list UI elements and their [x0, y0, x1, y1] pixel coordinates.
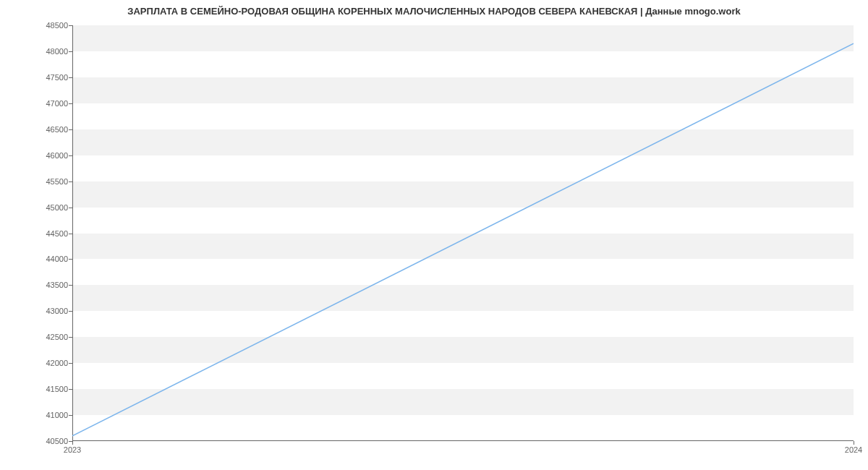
y-tick-label: 42500 — [3, 333, 68, 341]
y-tick-label: 43500 — [3, 281, 68, 289]
y-tick-label: 41500 — [3, 385, 68, 393]
y-tick-label: 47000 — [3, 99, 68, 108]
y-tick-label: 40500 — [3, 437, 68, 445]
y-tick-label: 47500 — [3, 73, 68, 82]
y-tick-label: 48000 — [3, 47, 68, 56]
y-tick-label: 41000 — [3, 411, 68, 419]
y-tick-mark — [69, 51, 72, 52]
x-tick-label: 2023 — [64, 445, 81, 454]
x-tick-mark — [854, 441, 854, 445]
y-tick-mark — [69, 77, 72, 78]
y-tick-mark — [69, 285, 72, 286]
y-tick-label: 42000 — [3, 359, 68, 367]
y-tick-mark — [69, 363, 72, 364]
y-tick-mark — [69, 337, 72, 338]
y-tick-label: 48500 — [3, 21, 68, 30]
y-tick-label: 46500 — [3, 125, 68, 134]
y-tick-mark — [69, 129, 72, 130]
y-tick-mark — [69, 234, 72, 234]
x-tick-label: 2024 — [845, 445, 862, 454]
chart-title: ЗАРПЛАТА В СЕМЕЙНО-РОДОВАЯ ОБЩИНА КОРЕНН… — [0, 6, 868, 17]
y-tick-mark — [69, 181, 72, 182]
y-tick-mark — [69, 208, 72, 208]
y-tick-label: 46000 — [3, 151, 68, 160]
x-tick-mark — [72, 441, 73, 445]
y-tick-mark — [69, 103, 72, 104]
plot-area — [72, 25, 854, 441]
y-tick-mark — [69, 155, 72, 156]
y-tick-mark — [69, 25, 72, 26]
data-line — [72, 25, 854, 441]
y-tick-mark — [69, 415, 72, 416]
y-tick-label: 44000 — [3, 255, 68, 263]
y-tick-label: 44500 — [3, 229, 68, 238]
y-tick-mark — [69, 389, 72, 390]
y-tick-mark — [69, 311, 72, 312]
y-tick-mark — [69, 259, 72, 260]
line-chart: ЗАРПЛАТА В СЕМЕЙНО-РОДОВАЯ ОБЩИНА КОРЕНН… — [0, 0, 868, 470]
y-tick-label: 43000 — [3, 307, 68, 315]
y-tick-label: 45500 — [3, 177, 68, 186]
y-tick-label: 45000 — [3, 203, 68, 212]
